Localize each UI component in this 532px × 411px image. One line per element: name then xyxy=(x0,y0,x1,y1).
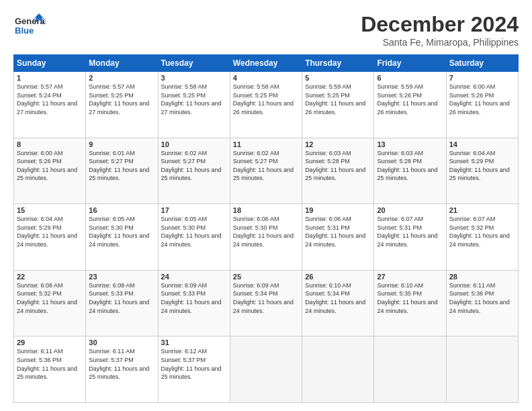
day-number: 21 xyxy=(449,206,515,214)
day-info: Sunrise: 5:57 AMSunset: 5:24 PMDaylight:… xyxy=(17,83,83,116)
table-row: 31Sunrise: 6:12 AMSunset: 5:37 PMDayligh… xyxy=(158,336,230,403)
table-row: 25Sunrise: 6:09 AMSunset: 5:34 PMDayligh… xyxy=(230,270,302,336)
day-number: 6 xyxy=(377,74,443,82)
table-row: 26Sunrise: 6:10 AMSunset: 5:34 PMDayligh… xyxy=(302,270,374,336)
day-info: Sunrise: 5:58 AMSunset: 5:25 PMDaylight:… xyxy=(161,83,227,116)
table-row: 3Sunrise: 5:58 AMSunset: 5:25 PMDaylight… xyxy=(158,72,230,138)
day-number: 1 xyxy=(17,74,83,82)
table-row: 16Sunrise: 6:05 AMSunset: 5:30 PMDayligh… xyxy=(86,204,158,271)
table-row: 18Sunrise: 6:06 AMSunset: 5:30 PMDayligh… xyxy=(230,204,302,271)
day-info: Sunrise: 6:03 AMSunset: 5:28 PMDaylight:… xyxy=(305,149,371,183)
day-number: 25 xyxy=(233,273,299,281)
day-number: 5 xyxy=(305,74,371,82)
calendar-week-row: 8Sunrise: 6:00 AMSunset: 5:26 PMDaylight… xyxy=(14,138,519,204)
day-info: Sunrise: 6:12 AMSunset: 5:37 PMDaylight:… xyxy=(161,347,227,381)
day-info: Sunrise: 6:04 AMSunset: 5:29 PMDaylight:… xyxy=(17,215,83,248)
table-row: 10Sunrise: 6:02 AMSunset: 5:27 PMDayligh… xyxy=(158,138,230,204)
table-row: 8Sunrise: 6:00 AMSunset: 5:26 PMDaylight… xyxy=(14,138,86,204)
calendar-header-row: Sunday Monday Tuesday Wednesday Thursday… xyxy=(14,55,519,72)
day-number: 29 xyxy=(17,338,83,347)
day-number: 30 xyxy=(89,338,154,347)
day-info: Sunrise: 5:59 AMSunset: 5:26 PMDaylight:… xyxy=(377,83,443,116)
day-number: 16 xyxy=(89,206,154,214)
day-number: 26 xyxy=(305,273,371,281)
day-info: Sunrise: 6:09 AMSunset: 5:33 PMDaylight:… xyxy=(161,281,227,315)
table-row: 4Sunrise: 5:58 AMSunset: 5:25 PMDaylight… xyxy=(230,72,302,138)
table-row: 1Sunrise: 5:57 AMSunset: 5:24 PMDaylight… xyxy=(14,72,86,138)
day-number: 31 xyxy=(161,338,227,347)
day-info: Sunrise: 5:59 AMSunset: 5:25 PMDaylight:… xyxy=(305,83,371,116)
day-info: Sunrise: 6:07 AMSunset: 5:32 PMDaylight:… xyxy=(449,215,515,248)
day-info: Sunrise: 6:08 AMSunset: 5:32 PMDaylight:… xyxy=(17,281,83,315)
day-number: 27 xyxy=(377,273,443,281)
table-row: 2Sunrise: 5:57 AMSunset: 5:25 PMDaylight… xyxy=(86,72,158,138)
calendar-week-row: 15Sunrise: 6:04 AMSunset: 5:29 PMDayligh… xyxy=(14,204,519,271)
table-row: 24Sunrise: 6:09 AMSunset: 5:33 PMDayligh… xyxy=(158,270,230,336)
day-number: 22 xyxy=(17,273,83,281)
logo-icon: General Blue xyxy=(13,12,46,40)
calendar-week-row: 29Sunrise: 6:11 AMSunset: 5:36 PMDayligh… xyxy=(14,336,519,403)
col-wednesday: Wednesday xyxy=(230,55,302,72)
day-info: Sunrise: 6:11 AMSunset: 5:36 PMDaylight:… xyxy=(449,281,515,315)
table-row xyxy=(374,336,446,403)
day-info: Sunrise: 6:04 AMSunset: 5:29 PMDaylight:… xyxy=(449,149,515,183)
table-row xyxy=(446,336,518,403)
col-sunday: Sunday xyxy=(14,55,86,72)
table-row: 6Sunrise: 5:59 AMSunset: 5:26 PMDaylight… xyxy=(374,72,446,138)
day-number: 11 xyxy=(233,140,299,148)
logo: General Blue xyxy=(13,12,46,43)
day-number: 9 xyxy=(89,140,154,148)
table-row: 9Sunrise: 6:01 AMSunset: 5:27 PMDaylight… xyxy=(86,138,158,204)
table-row: 21Sunrise: 6:07 AMSunset: 5:32 PMDayligh… xyxy=(446,204,518,271)
day-number: 8 xyxy=(17,140,83,148)
day-number: 14 xyxy=(449,140,515,148)
table-row: 12Sunrise: 6:03 AMSunset: 5:28 PMDayligh… xyxy=(302,138,374,204)
day-number: 17 xyxy=(161,206,227,214)
day-number: 23 xyxy=(89,273,154,281)
table-row: 15Sunrise: 6:04 AMSunset: 5:29 PMDayligh… xyxy=(14,204,86,271)
table-row xyxy=(230,336,302,403)
day-number: 12 xyxy=(305,140,371,148)
header: General Blue December 2024 Santa Fe, Mim… xyxy=(13,12,519,48)
day-info: Sunrise: 6:11 AMSunset: 5:37 PMDaylight:… xyxy=(89,347,154,381)
day-number: 2 xyxy=(89,74,154,82)
table-row: 7Sunrise: 6:00 AMSunset: 5:26 PMDaylight… xyxy=(446,72,518,138)
table-row: 28Sunrise: 6:11 AMSunset: 5:36 PMDayligh… xyxy=(446,270,518,336)
day-number: 28 xyxy=(449,273,515,281)
title-area: December 2024 Santa Fe, Mimaropa, Philip… xyxy=(361,12,519,48)
day-info: Sunrise: 5:58 AMSunset: 5:25 PMDaylight:… xyxy=(233,83,299,116)
day-info: Sunrise: 6:06 AMSunset: 5:31 PMDaylight:… xyxy=(305,215,371,248)
col-thursday: Thursday xyxy=(302,55,374,72)
day-number: 20 xyxy=(377,206,443,214)
day-number: 3 xyxy=(161,74,227,82)
day-number: 4 xyxy=(233,74,299,82)
svg-text:Blue: Blue xyxy=(15,26,34,36)
day-number: 10 xyxy=(161,140,227,148)
day-info: Sunrise: 6:11 AMSunset: 5:36 PMDaylight:… xyxy=(17,347,83,381)
col-saturday: Saturday xyxy=(446,55,518,72)
day-info: Sunrise: 6:00 AMSunset: 5:26 PMDaylight:… xyxy=(17,149,83,183)
page: General Blue December 2024 Santa Fe, Mim… xyxy=(0,0,532,411)
day-info: Sunrise: 6:08 AMSunset: 5:33 PMDaylight:… xyxy=(89,281,154,315)
month-title: December 2024 xyxy=(361,12,519,37)
table-row: 14Sunrise: 6:04 AMSunset: 5:29 PMDayligh… xyxy=(446,138,518,204)
day-number: 13 xyxy=(377,140,443,148)
day-info: Sunrise: 6:01 AMSunset: 5:27 PMDaylight:… xyxy=(89,149,154,183)
table-row: 5Sunrise: 5:59 AMSunset: 5:25 PMDaylight… xyxy=(302,72,374,138)
col-friday: Friday xyxy=(374,55,446,72)
day-number: 24 xyxy=(161,273,227,281)
day-info: Sunrise: 6:09 AMSunset: 5:34 PMDaylight:… xyxy=(233,281,299,315)
day-info: Sunrise: 6:06 AMSunset: 5:30 PMDaylight:… xyxy=(233,215,299,248)
table-row: 29Sunrise: 6:11 AMSunset: 5:36 PMDayligh… xyxy=(14,336,86,403)
table-row: 20Sunrise: 6:07 AMSunset: 5:31 PMDayligh… xyxy=(374,204,446,271)
table-row: 23Sunrise: 6:08 AMSunset: 5:33 PMDayligh… xyxy=(86,270,158,336)
table-row xyxy=(302,336,374,403)
day-info: Sunrise: 6:10 AMSunset: 5:35 PMDaylight:… xyxy=(377,281,443,315)
day-info: Sunrise: 5:57 AMSunset: 5:25 PMDaylight:… xyxy=(89,83,154,116)
col-tuesday: Tuesday xyxy=(158,55,230,72)
day-info: Sunrise: 6:00 AMSunset: 5:26 PMDaylight:… xyxy=(449,83,515,116)
day-info: Sunrise: 6:02 AMSunset: 5:27 PMDaylight:… xyxy=(233,149,299,183)
table-row: 11Sunrise: 6:02 AMSunset: 5:27 PMDayligh… xyxy=(230,138,302,204)
col-monday: Monday xyxy=(86,55,158,72)
day-info: Sunrise: 6:05 AMSunset: 5:30 PMDaylight:… xyxy=(161,215,227,248)
